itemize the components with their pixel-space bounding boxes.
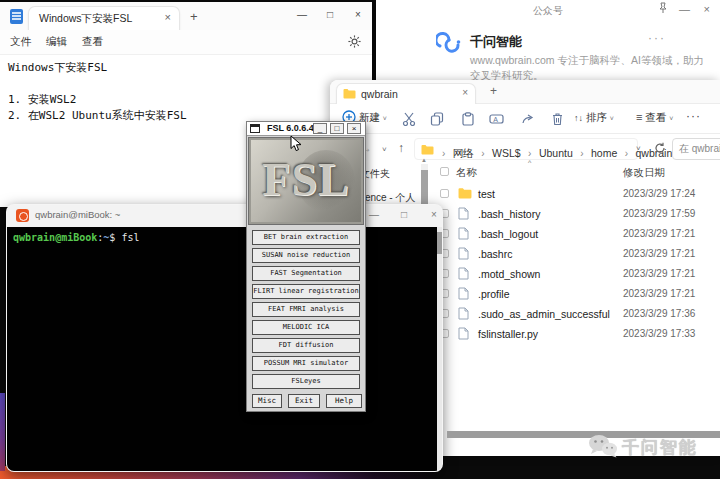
file-icon: [458, 267, 469, 280]
minimize-icon[interactable]: —: [679, 3, 690, 15]
chevron-right-icon: ›: [478, 148, 487, 159]
file-row[interactable]: fslinstaller.py 2023/3/29 17:33: [440, 325, 716, 344]
file-icon: [458, 307, 469, 320]
notepad-titlebar[interactable]: Windows下安装FSL × + — □ ×: [0, 2, 372, 30]
file-row-test[interactable]: test 2023/3/29 17:24: [440, 185, 716, 204]
tab-close-icon[interactable]: ×: [165, 11, 171, 23]
search-input[interactable]: 在 qwbrain: [672, 138, 720, 160]
file-date: 2023/3/29 17:24: [623, 188, 695, 199]
minimize-icon[interactable]: —: [290, 6, 314, 24]
maximize-icon[interactable]: □: [330, 123, 344, 134]
sort-ascending-icon: ^: [528, 159, 531, 166]
delete-icon[interactable]: [551, 112, 564, 126]
scrollbar-thumb[interactable]: [437, 232, 443, 254]
close-icon[interactable]: ×: [431, 209, 437, 220]
pin-icon[interactable]: [658, 2, 668, 14]
watermark: 千问智能: [588, 434, 698, 460]
help-button[interactable]: Help: [326, 394, 362, 408]
chevron-down-icon: ˅: [669, 115, 673, 122]
notepad-line: 1. 安装WSL2: [8, 92, 76, 107]
maximize-icon[interactable]: □: [401, 209, 407, 220]
rename-icon[interactable]: A: [489, 112, 504, 126]
minimize-icon[interactable]: —: [369, 209, 379, 220]
menu-view[interactable]: 查看: [82, 35, 103, 49]
fdt-diffusion-button[interactable]: FDT diffusion: [252, 338, 360, 353]
flirt-linear-registration-button[interactable]: FLIRT linear registration: [252, 284, 360, 299]
breadcrumb-wsl[interactable]: WSL$: [492, 147, 521, 159]
gear-icon[interactable]: [348, 35, 361, 48]
select-all-checkbox[interactable]: [440, 167, 449, 176]
susan-noise-reduction-button[interactable]: SUSAN noise reduction: [252, 248, 360, 263]
menu-file[interactable]: 文件: [10, 35, 31, 49]
file-date: 2023/3/29 17:59: [623, 208, 695, 219]
feat-fmri-analysis-button[interactable]: FEAT FMRI analysis: [252, 302, 360, 317]
notepad-line: 2. 在WSL2 Ubuntu系统中安装FSL: [8, 108, 187, 123]
cut-icon[interactable]: [402, 112, 416, 126]
explorer-tab-title: qwbrain: [361, 88, 398, 100]
terminal-content[interactable]: qwbrain@miBook:~$ fsl: [7, 227, 437, 472]
file-row[interactable]: .bashrc 2023/3/29 17:21: [440, 245, 716, 264]
notepad-app-icon: [10, 9, 23, 24]
possum-mri-simulator-button[interactable]: POSSUM MRI simulator: [252, 356, 360, 371]
history-chevron-icon[interactable]: ˅: [382, 145, 387, 154]
wechat-window-title: 公众号: [376, 4, 720, 18]
ubuntu-icon: [16, 209, 29, 222]
file-row[interactable]: .bash_history 2023/3/29 17:59: [440, 205, 716, 224]
chevron-right-icon: ›: [525, 148, 534, 159]
close-icon[interactable]: ×: [704, 3, 710, 15]
file-row[interactable]: .motd_shown 2023/3/29 17:21: [440, 265, 716, 284]
sort-label: 排序: [586, 111, 607, 123]
row-checkbox[interactable]: [440, 189, 449, 198]
sort-button[interactable]: ↑↓ 排序 ˅: [574, 111, 614, 125]
prompt-user: qwbrain@miBook: [13, 232, 97, 243]
account-name[interactable]: 千问智能: [470, 33, 522, 51]
menu-edit[interactable]: 编辑: [46, 35, 67, 49]
address-chevron-icon[interactable]: ˅: [636, 144, 641, 153]
new-tab-icon[interactable]: +: [190, 9, 198, 24]
share-icon[interactable]: [521, 112, 535, 126]
breadcrumb-home[interactable]: home: [591, 147, 617, 159]
paste-icon[interactable]: [461, 112, 475, 126]
close-icon[interactable]: ×: [347, 123, 361, 134]
file-row[interactable]: .profile 2023/3/29 17:21: [440, 285, 716, 304]
folder-icon: [343, 88, 356, 99]
explorer-tab-qwbrain[interactable]: qwbrain ×: [336, 83, 476, 104]
column-date[interactable]: 修改日期: [623, 166, 665, 180]
minimize-icon[interactable]: _: [313, 123, 327, 134]
more-options-icon[interactable]: ···: [648, 31, 666, 45]
tab-close-icon[interactable]: ×: [462, 87, 468, 98]
notepad-tab[interactable]: Windows下安装FSL ×: [28, 6, 180, 30]
fsl-titlebar[interactable]: FSL 6.0.6.4 _ □ ×: [247, 122, 365, 136]
bet-brain-extraction-button[interactable]: BET brain extraction: [252, 230, 360, 245]
breadcrumb[interactable]: › 网络 › WSL$ › Ubuntu › home › qwbrain: [414, 138, 638, 160]
close-icon[interactable]: ×: [346, 6, 370, 24]
more-options-icon[interactable]: ···: [686, 109, 701, 123]
melodic-ica-button[interactable]: MELODIC ICA: [252, 320, 360, 335]
typed-command: fsl: [121, 232, 139, 243]
breadcrumb-ubuntu[interactable]: Ubuntu: [539, 147, 573, 159]
file-row[interactable]: .bash_logout 2023/3/29 17:21: [440, 225, 716, 244]
maximize-icon[interactable]: □: [318, 6, 342, 24]
terminal-scrollbar[interactable]: [437, 227, 443, 472]
file-row[interactable]: .sudo_as_admin_successful 2023/3/29 17:3…: [440, 305, 716, 324]
terminal-titlebar[interactable]: qwbrain@miBook: ~ — □ ×: [7, 205, 442, 227]
new-tab-icon[interactable]: +: [490, 84, 497, 98]
misc-button[interactable]: Misc: [252, 394, 282, 408]
folder-icon: [458, 187, 472, 199]
fsleyes-button[interactable]: FSLeyes: [252, 374, 360, 389]
notepad-tab-title: Windows下安装FSL: [39, 12, 132, 26]
sort-arrows-icon: ↑↓: [574, 113, 583, 123]
file-date: 2023/3/29 17:21: [623, 228, 695, 239]
copy-icon[interactable]: [430, 112, 444, 126]
svg-text:A: A: [493, 116, 498, 123]
file-name: .motd_shown: [478, 268, 540, 280]
view-button[interactable]: ≡ 查看 ˅: [636, 111, 673, 125]
up-icon[interactable]: ↑: [398, 141, 404, 155]
column-name[interactable]: 名称: [456, 166, 477, 180]
breadcrumb-network[interactable]: 网络: [453, 147, 474, 159]
scrollbar-up-icon[interactable]: ▲: [421, 157, 427, 163]
exit-button[interactable]: Exit: [288, 394, 320, 408]
refresh-icon[interactable]: [654, 142, 666, 154]
fast-segmentation-button[interactable]: FAST Segmentation: [252, 266, 360, 281]
system-menu-icon[interactable]: [250, 124, 260, 133]
